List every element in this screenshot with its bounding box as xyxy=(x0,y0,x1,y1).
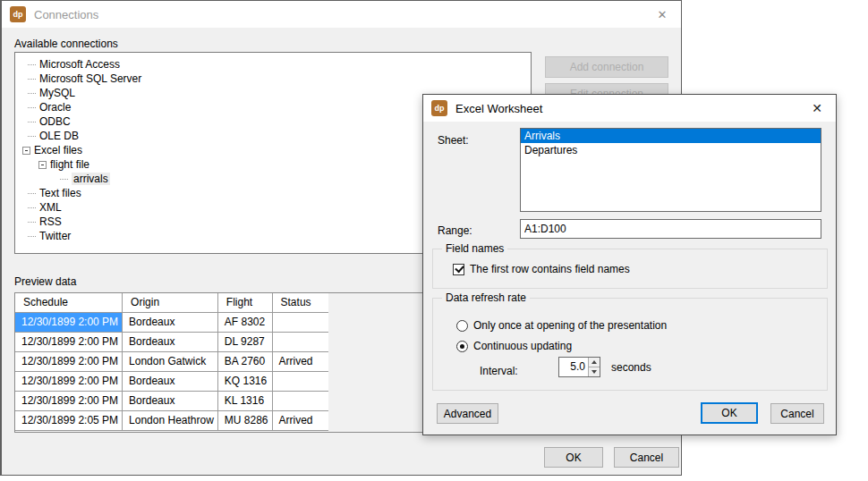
data-refresh-group: Data refresh rate Only once at opening o… xyxy=(432,298,828,391)
table-cell[interactable] xyxy=(272,332,328,351)
sheet-option-arrivals[interactable]: Arrivals xyxy=(521,129,821,143)
down-arrow-icon xyxy=(591,370,597,374)
table-cell[interactable]: Bordeaux xyxy=(123,391,218,410)
range-label: Range: xyxy=(438,224,472,237)
first-row-checkbox[interactable] xyxy=(453,264,464,275)
cancel-button[interactable]: Cancel xyxy=(614,447,679,468)
field-names-group: Field names The first row contains field… xyxy=(432,249,828,289)
table-header-row: Schedule Origin Flight Status xyxy=(15,293,328,312)
excel-worksheet-dialog: dp Excel Worksheet ✕ Sheet: Arrivals Dep… xyxy=(422,94,837,435)
refresh-once-radio-row[interactable]: Only once at opening of the presentation xyxy=(456,319,667,332)
first-row-checkbox-row[interactable]: The first row contains field names xyxy=(453,263,630,275)
up-arrow-icon xyxy=(591,360,597,364)
data-refresh-group-label: Data refresh rate xyxy=(442,291,530,304)
tree-connector xyxy=(28,222,36,223)
range-input[interactable] xyxy=(520,219,821,239)
table-cell[interactable]: AF 8302 xyxy=(217,312,272,332)
table-row[interactable]: 12/30/1899 2:00 PM Bordeaux AF 8302 xyxy=(15,312,328,332)
tree-connector xyxy=(28,79,36,80)
column-header-flight[interactable]: Flight xyxy=(217,293,272,312)
tree-connector xyxy=(60,179,68,180)
tree-connector xyxy=(28,193,36,194)
column-header-schedule[interactable]: Schedule xyxy=(15,293,123,312)
refresh-continuous-radio-row[interactable]: Continuous updating xyxy=(456,340,572,352)
sheet-label: Sheet: xyxy=(438,134,469,147)
interval-unit-label: seconds xyxy=(611,361,651,374)
add-connection-button[interactable]: Add connection xyxy=(545,56,668,78)
advanced-button[interactable]: Advanced xyxy=(437,403,498,424)
table-row[interactable]: 12/30/1899 2:00 PM London Gatwick BA 276… xyxy=(15,351,328,371)
sheet-listbox: Arrivals Departures xyxy=(520,128,821,212)
table-cell[interactable]: KL 1316 xyxy=(217,391,272,410)
table-cell[interactable]: 12/30/1899 2:00 PM xyxy=(15,332,123,351)
preview-data-label: Preview data xyxy=(14,275,76,288)
table-row[interactable]: 12/30/1899 2:00 PM Bordeaux KQ 1316 xyxy=(15,371,328,391)
table-cell[interactable]: Bordeaux xyxy=(123,371,218,391)
ok-button[interactable]: OK xyxy=(701,402,758,424)
tree-connector xyxy=(28,207,36,208)
table-cell[interactable]: KQ 1316 xyxy=(217,371,272,391)
spinner-down-button[interactable] xyxy=(589,367,600,376)
spinner-up-button[interactable] xyxy=(589,358,600,367)
interval-label: Interval: xyxy=(480,365,518,377)
table-cell[interactable] xyxy=(272,391,328,410)
first-row-checkbox-label: The first row contains field names xyxy=(470,263,630,275)
table-row[interactable]: 12/30/1899 2:05 PM London Heathrow MU 82… xyxy=(15,410,328,430)
refresh-continuous-label: Continuous updating xyxy=(473,340,572,352)
table-cell[interactable]: DL 9287 xyxy=(217,332,272,351)
table-cell[interactable]: BA 2760 xyxy=(217,351,272,371)
tree-connector xyxy=(28,64,36,65)
excel-title: Excel Worksheet xyxy=(455,102,542,115)
field-names-group-label: Field names xyxy=(442,242,507,255)
tree-item-microsoft-sql-server[interactable]: Microsoft SQL Server xyxy=(15,72,531,86)
table-cell[interactable]: 12/30/1899 2:00 PM xyxy=(15,391,123,410)
collapse-icon[interactable] xyxy=(22,147,30,155)
excel-titlebar: dp Excel Worksheet ✕ xyxy=(423,95,836,122)
available-connections-label: Available connections xyxy=(14,38,118,50)
refresh-once-radio[interactable] xyxy=(456,320,468,332)
dp-app-icon: dp xyxy=(431,100,447,116)
table-cell[interactable]: 12/30/1899 2:00 PM xyxy=(15,371,123,391)
tree-item-microsoft-access[interactable]: Microsoft Access xyxy=(15,57,531,72)
table-cell[interactable]: Bordeaux xyxy=(123,312,218,332)
table-cell[interactable]: Arrived xyxy=(272,351,328,371)
tree-connector xyxy=(28,136,36,137)
table-cell[interactable] xyxy=(272,312,328,332)
tree-connector xyxy=(28,236,36,237)
interval-spinner[interactable]: 5.0 xyxy=(558,357,600,377)
table-cell[interactable]: London Heathrow xyxy=(123,410,218,430)
dp-app-icon: dp xyxy=(10,6,26,22)
connections-title: Connections xyxy=(34,8,98,21)
table-cell[interactable]: Arrived xyxy=(272,410,328,430)
ok-button[interactable]: OK xyxy=(544,447,603,468)
table-cell[interactable]: Bordeaux xyxy=(123,332,218,351)
spinner-buttons xyxy=(588,358,600,376)
table-cell[interactable]: London Gatwick xyxy=(123,351,218,371)
tree-connector xyxy=(28,107,36,108)
table-cell[interactable] xyxy=(272,371,328,391)
tree-connector xyxy=(28,93,36,94)
connections-titlebar: dp Connections ✕ xyxy=(2,1,681,28)
tree-connector xyxy=(28,122,36,122)
preview-data-table: Schedule Origin Flight Status 12/30/1899… xyxy=(15,293,328,431)
table-cell[interactable]: MU 8286 xyxy=(217,410,272,430)
interval-value[interactable]: 5.0 xyxy=(559,358,588,376)
close-icon[interactable]: ✕ xyxy=(652,5,672,23)
table-cell-selected[interactable]: 12/30/1899 2:00 PM xyxy=(15,312,123,332)
refresh-continuous-radio[interactable] xyxy=(456,341,468,352)
close-icon[interactable]: ✕ xyxy=(807,99,827,117)
collapse-icon[interactable] xyxy=(38,161,47,169)
table-row[interactable]: 12/30/1899 2:00 PM Bordeaux DL 9287 xyxy=(15,332,328,351)
column-header-status[interactable]: Status xyxy=(272,293,328,312)
table-cell[interactable]: 12/30/1899 2:05 PM xyxy=(15,410,123,430)
table-cell[interactable]: 12/30/1899 2:00 PM xyxy=(15,351,123,371)
column-header-origin[interactable]: Origin xyxy=(123,293,218,312)
table-row[interactable]: 12/30/1899 2:00 PM Bordeaux KL 1316 xyxy=(15,391,328,410)
cancel-button[interactable]: Cancel xyxy=(770,403,824,424)
refresh-once-label: Only once at opening of the presentation xyxy=(473,319,667,332)
sheet-option-departures[interactable]: Departures xyxy=(521,143,821,157)
